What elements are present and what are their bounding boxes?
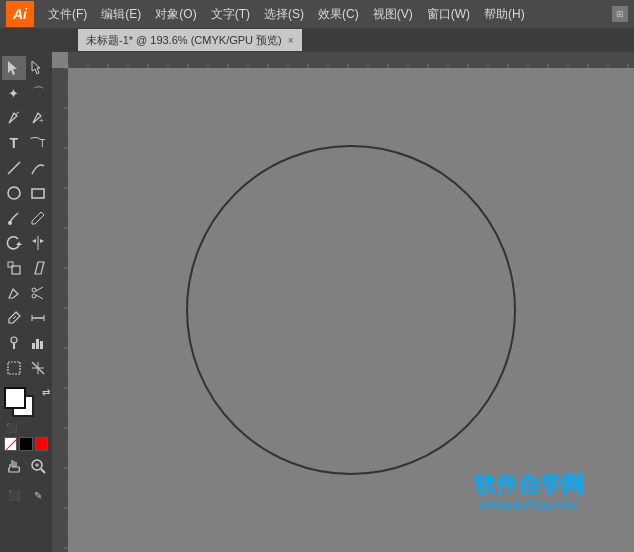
scissors-tool[interactable] [27, 281, 51, 305]
circle-object [186, 145, 516, 475]
app-logo: Ai [6, 1, 34, 27]
tool-row-3: + [2, 106, 50, 130]
hand-tool[interactable] [2, 454, 26, 478]
paintbrush-tool[interactable] [2, 206, 26, 230]
tool-row-1 [2, 56, 50, 80]
direct-select-tool[interactable] [27, 56, 51, 80]
red-swatch[interactable] [35, 437, 48, 451]
svg-line-17 [36, 287, 43, 291]
svg-line-19 [13, 316, 16, 319]
svg-line-4 [8, 162, 20, 174]
toolbar: ✦ ⌒ + T ⁀T [0, 52, 52, 552]
svg-marker-10 [32, 239, 36, 243]
svg-point-15 [32, 288, 36, 292]
canvas-area[interactable]: 软件自学网 WWW.RJZXW.COM [52, 52, 634, 552]
shear-tool[interactable] [27, 256, 51, 280]
svg-rect-25 [32, 343, 35, 349]
svg-marker-8 [16, 242, 22, 245]
rotate-tool[interactable] [2, 231, 26, 255]
pencil-tool[interactable] [27, 206, 51, 230]
menu-edit[interactable]: 编辑(E) [95, 4, 147, 25]
svg-rect-6 [32, 189, 44, 198]
scale-tool[interactable] [2, 256, 26, 280]
svg-point-16 [32, 294, 36, 298]
menu-view[interactable]: 视图(V) [367, 4, 419, 25]
tool-row-11 [2, 306, 50, 330]
swap-colors-icon[interactable]: ⇄ [42, 387, 50, 398]
none-swatch[interactable] [4, 437, 17, 451]
svg-point-7 [8, 221, 12, 225]
svg-line-2 [15, 112, 19, 115]
ruler-vertical [52, 68, 68, 552]
svg-line-18 [36, 295, 43, 299]
tool-row-14 [2, 454, 50, 478]
eyedropper-tool[interactable] [2, 306, 26, 330]
ellipse-tool[interactable] [2, 181, 26, 205]
menu-select[interactable]: 选择(S) [258, 4, 310, 25]
menu-type[interactable]: 文字(T) [205, 4, 256, 25]
menu-object[interactable]: 对象(O) [149, 4, 202, 25]
svg-rect-66 [52, 68, 68, 552]
tool-row-2: ✦ ⌒ [2, 81, 50, 105]
menu-file[interactable]: 文件(F) [42, 4, 93, 25]
color-section: ⇄ ⬛ [2, 385, 50, 453]
svg-text:+: + [39, 116, 44, 125]
lasso-tool[interactable]: ⌒ [27, 81, 51, 105]
menu-window[interactable]: 窗口(W) [421, 4, 476, 25]
arc-tool[interactable] [27, 156, 51, 180]
tool-row-7 [2, 206, 50, 230]
tab-close-button[interactable]: × [288, 35, 294, 46]
layout-icon[interactable]: ⊞ [612, 6, 628, 22]
rect-tool[interactable] [27, 181, 51, 205]
type-tool[interactable]: T [2, 131, 26, 155]
eraser-tool[interactable] [2, 281, 26, 305]
select-tool[interactable] [2, 56, 26, 80]
reflect-tool[interactable] [27, 231, 51, 255]
tool-row-6 [2, 181, 50, 205]
line-tool[interactable] [2, 156, 26, 180]
document-tab[interactable]: 未标题-1* @ 193.6% (CMYK/GPU 预览) × [78, 29, 302, 51]
screen-mode-icon[interactable]: ⬛ [2, 483, 26, 507]
svg-marker-0 [8, 61, 17, 75]
tool-row-bottom: ⬛ ✎ [2, 483, 50, 507]
svg-line-33 [41, 469, 45, 473]
add-anchor-tool[interactable]: + [27, 106, 51, 130]
tab-bar: 未标题-1* @ 193.6% (CMYK/GPU 预览) × [0, 28, 634, 52]
symbol-sprayer-tool[interactable] [2, 331, 26, 355]
reset-colors-icon[interactable]: ⬛ [6, 423, 17, 433]
menu-effect[interactable]: 效果(C) [312, 4, 365, 25]
black-swatch[interactable] [19, 437, 32, 451]
type-on-path-tool[interactable]: ⁀T [27, 131, 51, 155]
artboard-tool[interactable] [2, 356, 26, 380]
tool-row-4: T ⁀T [2, 131, 50, 155]
pen-tool[interactable] [2, 106, 26, 130]
column-graph-tool[interactable] [27, 331, 51, 355]
menu-help[interactable]: 帮助(H) [478, 4, 531, 25]
svg-point-23 [11, 337, 17, 343]
tool-row-8 [2, 231, 50, 255]
color-swatch-area: ⇄ ⬛ [4, 387, 52, 435]
svg-rect-27 [40, 341, 43, 349]
svg-rect-28 [8, 362, 20, 374]
tool-row-9 [2, 256, 50, 280]
edit-mode-icon[interactable]: ✎ [27, 483, 51, 507]
slice-tool[interactable] [27, 356, 51, 380]
tab-label: 未标题-1* @ 193.6% (CMYK/GPU 预览) [86, 33, 282, 48]
svg-rect-36 [68, 52, 634, 68]
menu-bar: 文件(F) 编辑(E) 对象(O) 文字(T) 选择(S) 效果(C) 视图(V… [42, 4, 604, 25]
svg-marker-14 [35, 262, 44, 274]
window-controls: ⊞ [612, 6, 628, 22]
fill-color-box[interactable] [4, 387, 26, 409]
svg-point-5 [8, 187, 20, 199]
tool-row-13 [2, 356, 50, 380]
magic-wand-tool[interactable]: ✦ [2, 81, 26, 105]
watermark-chinese: 软件自学网 [474, 470, 584, 500]
tool-row-5 [2, 156, 50, 180]
tool-row-10 [2, 281, 50, 305]
small-swatches [4, 437, 48, 451]
svg-marker-1 [32, 61, 40, 74]
svg-rect-26 [36, 339, 39, 349]
measure-tool[interactable] [27, 306, 51, 330]
zoom-tool[interactable] [27, 454, 51, 478]
drawing-canvas[interactable]: 软件自学网 WWW.RJZXW.COM [68, 68, 634, 552]
